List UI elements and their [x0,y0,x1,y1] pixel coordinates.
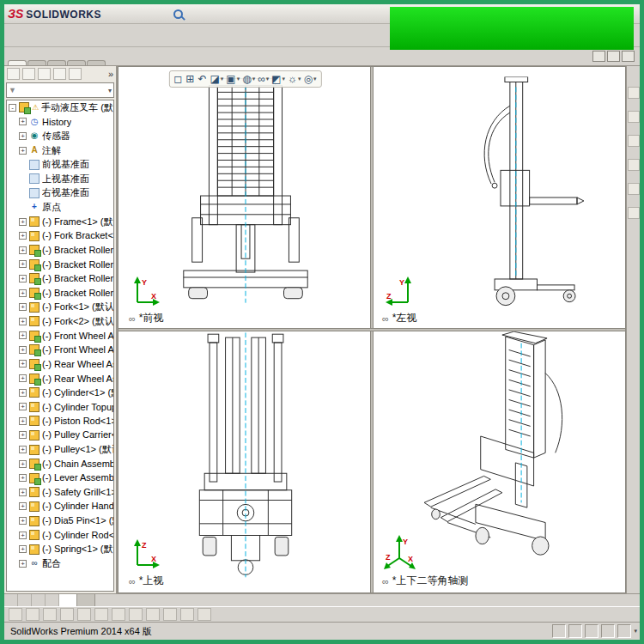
save-icon[interactable] [222,6,238,22]
tree-expander[interactable]: + [19,260,27,268]
tree-item[interactable]: + A 注解 [7,143,113,158]
doc-minimize-button[interactable] [592,51,605,62]
tree-item[interactable]: + ∞ 配合 [7,556,113,571]
tree-item[interactable]: + (-) Bracket Roller Assembl [7,258,113,272]
polygon-snap-icon[interactable] [94,608,108,621]
tree-expander[interactable]: + [19,218,27,226]
tree-item[interactable]: + 原点 [7,200,113,215]
previous-tab-button[interactable] [18,594,32,606]
solidworks-resources-icon[interactable] [628,87,640,99]
tab-motion-study-1[interactable] [77,594,95,606]
tree-expander[interactable]: + [19,431,27,439]
linear-component-pattern-icon[interactable] [56,26,75,45]
tree-item[interactable]: + (-) Frame<1> (默认<<默认 [7,215,113,229]
tree-item[interactable]: + (-) Fork Bracket<1> (默认 [7,228,113,243]
help-icon[interactable] [307,6,324,22]
last-tab-button[interactable] [46,594,59,606]
tree-expander[interactable]: + [19,289,27,297]
tab-assembly[interactable] [8,60,27,65]
first-tab-button[interactable] [4,594,18,606]
tree-item[interactable]: + (-) Piston Rod<1> (默认< [7,414,113,428]
tree-item[interactable]: + (-) Cylinder Topup Cap<1> [7,399,113,414]
apply-scene-icon[interactable]: ☼▾ [288,73,301,85]
tree-expander[interactable]: + [19,303,27,311]
enable-snaps-icon[interactable] [197,608,211,621]
tree-expander[interactable]: + [19,147,27,155]
tree-expander[interactable]: + [19,318,27,325]
perpendicular-snap-icon[interactable] [146,608,160,621]
menu-tools[interactable] [143,12,152,15]
tree-item[interactable]: + (-) Dia5 Pin<1> (默认<<默 [7,513,113,528]
tree-item[interactable]: + (-) Spring<1> (默认<<默认 [7,542,113,556]
featuremanager-filter-input[interactable] [18,86,106,95]
tree-item[interactable]: + (-) Safety Grill<1> (默认 [7,485,113,500]
mass-properties-icon[interactable] [301,26,320,45]
new-motion-study-icon[interactable] [190,26,209,45]
insert-components-icon[interactable] [11,26,30,45]
mate-icon[interactable] [33,26,52,45]
tree-expander[interactable]: + [19,232,27,240]
previous-view-icon[interactable]: ↶ [197,73,207,85]
tree-expander[interactable]: + [19,560,27,568]
tree-expander[interactable]: + [19,446,27,453]
tree-expander[interactable]: + [19,118,27,125]
tab-layout[interactable] [27,60,46,65]
tree-item[interactable]: + (-) Bracket Roller Assembl [7,286,113,301]
interference-detection-icon[interactable] [257,26,276,45]
graphics-area[interactable]: ◻⊞↶◪▾▣▾◍▾∞▾◩▾☼▾◎▾ [118,66,626,593]
featuremanager-tab-icon[interactable] [7,68,20,80]
tree-item[interactable]: + (-) Rear Wheel Assembly<1 [7,357,113,372]
menu-help[interactable] [161,12,169,15]
configurationmanager-tab-icon[interactable] [38,68,51,80]
design-library-icon[interactable] [628,111,640,123]
tree-item[interactable]: + (-) Front Wheel Assembly< [7,329,113,343]
view-orientation-icon[interactable]: ▣▾ [226,73,240,85]
tab-model[interactable] [59,594,77,606]
filter-dropdown-icon[interactable]: ▾ [108,87,112,94]
menu-view[interactable] [126,12,135,15]
parallel-snap-icon[interactable] [163,608,177,621]
options-icon[interactable] [290,6,307,22]
circle-snap-icon[interactable] [60,608,74,621]
status-dropdown-icon[interactable]: ▾ [634,628,637,635]
zoom-area-icon[interactable]: ⊞ [185,73,195,85]
exploded-view-icon[interactable] [234,26,253,45]
sketch-snap-icon[interactable] [43,608,57,621]
tree-item[interactable]: + (-) Pulley Carrier<1> (默 [7,428,113,443]
bill-of-materials-icon[interactable] [212,26,231,45]
tree-expander[interactable]: + [19,374,27,382]
doc-close-button[interactable] [622,51,635,62]
tree-item[interactable]: + (-) Fork<2> (默认<<默认> [7,314,113,329]
tree-expander[interactable]: + [19,489,27,496]
viewport-isometric-pane[interactable]: Y X Z ∞ *上下二等角轴测 [372,330,625,592]
move-component-icon[interactable] [100,26,119,45]
view-palette-icon[interactable] [628,159,640,171]
tree-item[interactable]: + (-) Bracket Roller Assembl [7,243,113,258]
hide-show-items-icon[interactable]: ∞▾ [258,73,269,85]
open-document-icon[interactable] [204,6,221,22]
tree-expander[interactable]: + [19,403,27,410]
show-hidden-components-icon[interactable] [123,26,142,45]
custom-properties-icon[interactable] [628,207,640,219]
undo-icon[interactable] [256,6,272,22]
displaymanager-tab-icon[interactable] [69,68,82,80]
tree-item[interactable]: + (-) Rear Wheel Assembly<2 [7,371,113,386]
print-icon[interactable] [239,6,255,22]
tree-item[interactable]: - ⚠ 手动液压叉车 (默认<默认_显 [7,100,113,115]
edit-appearance-icon[interactable]: ◩▾ [271,73,285,85]
tree-item[interactable]: 右视基准面 [7,186,113,201]
tree-expander[interactable]: + [19,275,27,283]
tree-item[interactable]: + (-) Bracket Roller Assembl [7,271,113,286]
tree-item[interactable]: + ◷ History [7,115,113,130]
rebuild-icon[interactable] [273,6,289,22]
display-style-icon[interactable]: ◍▾ [242,73,255,85]
viewport-left-pane[interactable]: Y Z ∞ *左视 [372,67,625,330]
snap-settings-icon[interactable] [26,608,39,621]
tree-expander[interactable]: + [19,517,27,525]
tree-item[interactable]: + (-) Chain Assembly<1> (默 [7,457,113,471]
tree-expander[interactable]: + [19,132,27,140]
file-explorer-icon[interactable] [628,135,640,147]
new-document-icon[interactable] [187,6,204,22]
tree-expander[interactable]: + [19,502,27,510]
menu-edit[interactable] [118,12,126,15]
